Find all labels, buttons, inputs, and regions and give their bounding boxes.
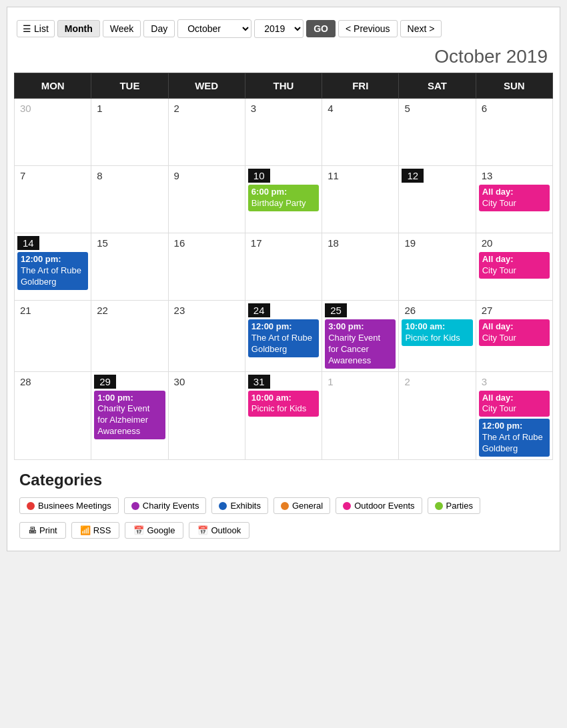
category-item[interactable]: Exhibits [211, 497, 268, 514]
event-item[interactable]: All day:City Tour [479, 185, 550, 211]
day-number: 30 [17, 101, 34, 115]
week-row-3: 2122232412:00 pm:The Art of Rube Goldber… [15, 301, 553, 372]
day-number: 21 [17, 303, 34, 317]
rss-button[interactable]: 📶 RSS [71, 522, 120, 539]
day-number: 18 [325, 236, 342, 250]
week-button[interactable]: Week [103, 20, 141, 37]
day-number: 24 [248, 303, 270, 317]
day-cell: 106:00 pm:Birthday Party [245, 166, 322, 233]
day-cell: 1412:00 pm:The Art of Rube Goldberg [15, 233, 91, 301]
year-select[interactable]: 2019 [254, 19, 304, 38]
day-cell: 15 [91, 233, 168, 301]
day-number: 27 [479, 303, 496, 317]
outlook-button[interactable]: 📅 Outlook [189, 522, 249, 539]
day-cell: 30 [168, 371, 245, 459]
print-button[interactable]: 🖶 Print [19, 522, 66, 539]
day-number: 4 [325, 101, 336, 115]
category-item[interactable]: Businees Meetings [19, 497, 119, 514]
toolbar: ☰ List Month Week Day JanuaryFebruaryMar… [14, 14, 553, 43]
list-button[interactable]: ☰ List [17, 20, 55, 37]
category-dot [219, 502, 227, 510]
category-item[interactable]: Parties [428, 497, 480, 514]
day-cell: 12 [399, 166, 476, 233]
event-item[interactable]: 12:00 pm:The Art of Rube Goldberg [248, 319, 319, 357]
prev-button[interactable]: < Previous [338, 20, 398, 37]
category-dot [27, 502, 35, 510]
categories-title: Categories [19, 471, 548, 489]
category-dot [281, 502, 289, 510]
month-select[interactable]: JanuaryFebruaryMarchAprilMayJuneJulyAugu… [177, 19, 251, 38]
day-number: 22 [94, 303, 111, 317]
day-number: 12 [402, 169, 424, 183]
day-number: 26 [402, 303, 418, 317]
google-button[interactable]: 📅 Google [125, 522, 183, 539]
day-number: 9 [171, 169, 182, 183]
day-cell: 22 [91, 301, 168, 372]
event-item[interactable]: 12:00 pm:The Art of Rube Goldberg [17, 252, 88, 290]
event-item[interactable]: All day:City Tour [479, 391, 550, 417]
day-cell: 2610:00 am:Picnic for Kids [399, 301, 476, 372]
day-cell: 20All day:City Tour [476, 233, 552, 301]
week-row-2: 1412:00 pm:The Art of Rube Goldberg15161… [15, 233, 553, 301]
go-button[interactable]: GO [306, 20, 336, 37]
day-cell: 1 [91, 99, 168, 166]
day-number: 15 [94, 236, 111, 250]
event-item[interactable]: 10:00 am:Picnic for Kids [402, 319, 472, 346]
week-row-0: 30123456 [15, 99, 553, 166]
week-row-1: 789106:00 pm:Birthday Party111213All day… [15, 166, 553, 233]
day-number: 13 [479, 169, 496, 183]
category-item[interactable]: Charity Events [124, 497, 207, 514]
event-item[interactable]: All day:City Tour [479, 319, 550, 346]
category-item[interactable]: General [273, 497, 330, 514]
event-item[interactable]: 3:00 pm:Charity Event for Cancer Awarene… [325, 319, 396, 369]
day-cell: 253:00 pm:Charity Event for Cancer Aware… [322, 301, 399, 372]
day-cell: 17 [245, 233, 322, 301]
category-label: Businees Meetings [38, 501, 111, 511]
day-number: 7 [17, 169, 28, 183]
col-header-sun: SUN [476, 73, 552, 99]
day-cell: 5 [399, 99, 476, 166]
day-cell: 9 [168, 166, 245, 233]
day-number: 3 [248, 101, 259, 115]
event-item[interactable]: 10:00 am:Picnic for Kids [248, 391, 319, 417]
day-number: 20 [479, 236, 496, 250]
day-cell: 1 [322, 371, 399, 459]
day-number: 23 [171, 303, 188, 317]
day-cell: 28 [15, 371, 91, 459]
day-number: 2 [402, 375, 412, 389]
day-number: 19 [402, 236, 418, 250]
list-icon: ☰ [23, 23, 31, 34]
day-cell: 2412:00 pm:The Art of Rube Goldberg [245, 301, 322, 372]
day-cell: 23 [168, 301, 245, 372]
day-cell: 4 [322, 99, 399, 166]
day-number: 29 [94, 375, 116, 389]
event-item[interactable]: All day:City Tour [479, 252, 550, 279]
footer-buttons: 🖶 Print 📶 RSS 📅 Google 📅 Outlook [19, 522, 548, 539]
day-number: 5 [402, 101, 412, 115]
event-item[interactable]: 12:00 pm:The Art of Rube Goldberg [479, 419, 550, 457]
next-button[interactable]: Next > [400, 20, 442, 37]
day-cell: 21 [15, 301, 91, 372]
day-number: 6 [479, 101, 490, 115]
day-number: 30 [171, 375, 188, 389]
day-cell: 7 [15, 166, 91, 233]
day-number: 3 [479, 375, 490, 389]
day-cell: 3 [245, 99, 322, 166]
day-number: 31 [248, 375, 270, 389]
day-button[interactable]: Day [143, 20, 175, 37]
category-label: Parties [446, 501, 473, 511]
col-header-sat: SAT [399, 73, 476, 99]
day-number: 10 [248, 169, 270, 183]
calendar-container: ☰ List Month Week Day JanuaryFebruaryMar… [7, 7, 560, 551]
day-number: 1 [325, 375, 336, 389]
category-label: General [292, 501, 323, 511]
category-item[interactable]: Outdoor Events [336, 497, 422, 514]
day-number: 2 [171, 101, 182, 115]
categories-list: Businees MeetingsCharity EventsExhibitsG… [19, 497, 548, 514]
month-button[interactable]: Month [57, 20, 100, 37]
event-item[interactable]: 1:00 pm:Charity Event for Alzheimer Awar… [94, 391, 165, 440]
category-label: Charity Events [143, 501, 199, 511]
day-cell: 2 [168, 99, 245, 166]
col-header-mon: MON [15, 73, 91, 99]
event-item[interactable]: 6:00 pm:Birthday Party [248, 185, 319, 211]
